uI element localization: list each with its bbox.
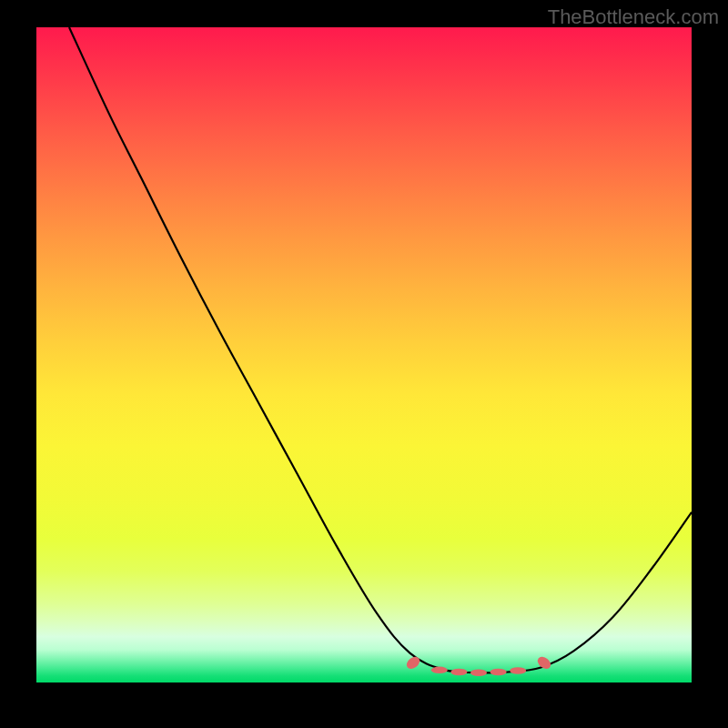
bottleneck-curve — [69, 27, 692, 672]
highlight-marker — [431, 667, 448, 674]
chart-svg — [36, 27, 692, 682]
highlight-marker — [470, 669, 487, 676]
highlight-marker — [450, 669, 467, 676]
highlight-marker — [510, 667, 526, 674]
watermark-text: TheBottleneck.com — [548, 5, 719, 29]
highlight-markers-group — [404, 654, 552, 676]
chart-plot-area — [36, 27, 692, 682]
highlight-marker — [404, 654, 421, 672]
highlight-marker — [490, 669, 507, 676]
